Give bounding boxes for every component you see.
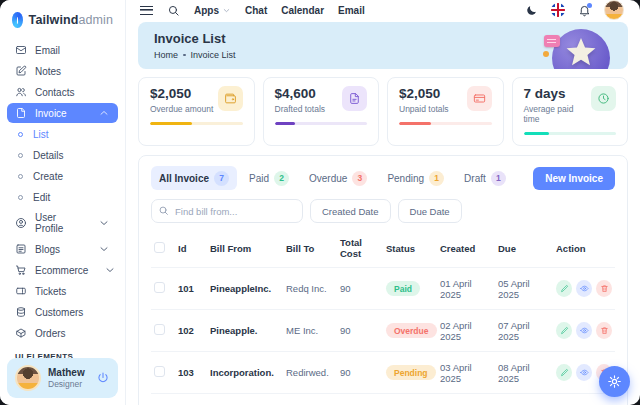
eye-icon xyxy=(580,368,589,377)
sidebar-item-orders[interactable]: Orders xyxy=(7,323,118,343)
edit-button[interactable] xyxy=(556,322,572,339)
topbar-link-label: Chat xyxy=(245,5,267,16)
customers-icon xyxy=(15,306,27,318)
tab-overdue[interactable]: Overdue 3 xyxy=(301,166,375,190)
sidebar-subitem-edit[interactable]: Edit xyxy=(7,187,118,207)
sidebar-nav: Email Notes Contacts Invoice List xyxy=(0,37,125,384)
cell-due: 05 April 2025 xyxy=(495,268,553,310)
view-button[interactable] xyxy=(576,364,592,381)
logout-power-icon[interactable] xyxy=(96,371,110,385)
sidebar-item-invoice[interactable]: Invoice xyxy=(7,103,118,123)
cell-bill-to: ME Inc. xyxy=(283,310,337,352)
sidebar-item-user-profile[interactable]: User Profile xyxy=(7,208,118,238)
tab-paid[interactable]: Paid 2 xyxy=(241,166,297,190)
sidebar-item-label: Notes xyxy=(35,66,61,77)
cell-created: 04 April 2025 xyxy=(437,394,495,405)
sidebar-item-label: User Profile xyxy=(35,212,82,234)
cell-due: 09 April 2025 xyxy=(495,394,553,405)
brand-name-bold: Tailwind xyxy=(29,13,79,27)
settings-fab-button[interactable] xyxy=(599,366,630,397)
breadcrumb-home[interactable]: Home xyxy=(154,50,178,60)
topbar-link-email[interactable]: Email xyxy=(338,5,365,16)
tab-count-badge: 1 xyxy=(491,171,506,186)
search-input[interactable] xyxy=(151,199,303,223)
invoice-tabs: All Invoice 7 Paid 2 Overdue 3 Pending 1 xyxy=(139,156,627,190)
hamburger-menu-icon[interactable] xyxy=(140,6,153,15)
tab-all-invoice[interactable]: All Invoice 7 xyxy=(151,166,237,190)
tab-draft[interactable]: Draft 1 xyxy=(456,166,514,190)
cell-id: 101 xyxy=(175,268,207,310)
cell-bill-from: PineappleTimes. xyxy=(207,394,283,405)
search-icon[interactable] xyxy=(167,4,180,17)
document-icon xyxy=(342,86,367,111)
stat-value: 7 days xyxy=(524,86,592,101)
table-header-row: Id Bill From Bill To Total Cost Status C… xyxy=(151,229,615,268)
trash-icon xyxy=(600,284,609,293)
status-badge: Paid xyxy=(386,281,420,296)
view-button[interactable] xyxy=(576,322,592,339)
sidebar-item-blogs[interactable]: Blogs xyxy=(7,239,118,259)
view-button[interactable] xyxy=(576,280,592,297)
dark-mode-moon-icon[interactable] xyxy=(525,4,538,17)
language-flag-icon[interactable] xyxy=(551,3,565,17)
delete-button[interactable] xyxy=(596,322,612,339)
created-date-filter-button[interactable]: Created Date xyxy=(310,199,391,223)
sidebar-item-customers[interactable]: Customers xyxy=(7,302,118,322)
page-content: Invoice List Home Invoice List xyxy=(126,20,640,405)
sidebar-subitem-create[interactable]: Create xyxy=(7,166,118,186)
breadcrumb-separator xyxy=(183,54,186,57)
tab-label: Pending xyxy=(387,173,424,184)
sidebar-subitem-list[interactable]: List xyxy=(7,124,118,144)
sidebar-user-card[interactable]: Mathew Designer xyxy=(7,358,118,398)
row-checkbox[interactable] xyxy=(154,366,165,377)
orange-dot xyxy=(543,51,549,57)
due-date-filter-button[interactable]: Due Date xyxy=(398,199,462,223)
cell-id: 103 xyxy=(175,352,207,394)
progress-bar xyxy=(150,122,243,125)
stat-label: Unpaid totals xyxy=(399,104,449,114)
topbar-link-apps[interactable]: Apps xyxy=(194,5,231,16)
topbar-link-calendar[interactable]: Calendar xyxy=(281,5,324,16)
chevron-down-icon xyxy=(104,264,116,276)
status-badge: Pending xyxy=(386,365,436,380)
topbar-actions xyxy=(525,0,624,20)
edit-button[interactable] xyxy=(556,280,572,297)
sidebar-subitem-details[interactable]: Details xyxy=(7,145,118,165)
cell-total-cost: 90 xyxy=(337,268,383,310)
invoice-icon xyxy=(15,107,27,119)
brand-logo[interactable]: Tailwindadmin xyxy=(0,0,125,37)
eye-icon xyxy=(580,326,589,335)
row-checkbox[interactable] xyxy=(154,324,165,335)
stat-card-drafted: $4,600 Drafted totals xyxy=(263,77,380,146)
table-filters: Created Date Due Date xyxy=(139,190,627,226)
sidebar-item-tickets[interactable]: Tickets xyxy=(7,281,118,301)
profile-avatar[interactable] xyxy=(604,0,624,20)
chevron-down-icon xyxy=(98,243,110,255)
sidebar-item-notes[interactable]: Notes xyxy=(7,61,118,81)
sidebar-item-label: Blogs xyxy=(35,244,60,255)
cell-bill-from: Pineapple. xyxy=(207,310,283,352)
page-header-banner: Invoice List Home Invoice List xyxy=(138,22,628,69)
search-icon xyxy=(158,205,169,216)
topbar-link-chat[interactable]: Chat xyxy=(245,5,267,16)
sidebar-item-email[interactable]: Email xyxy=(7,40,118,60)
new-invoice-button[interactable]: New Invoice xyxy=(533,167,615,190)
delete-button[interactable] xyxy=(596,280,612,297)
edit-button[interactable] xyxy=(556,364,572,381)
notifications-bell-icon[interactable] xyxy=(578,4,591,17)
tab-count-badge: 1 xyxy=(429,171,444,186)
notification-dot xyxy=(587,3,592,8)
row-checkbox[interactable] xyxy=(154,282,165,293)
stat-card-overdue: $2,050 Overdue amount xyxy=(138,77,255,146)
user-name: Mathew xyxy=(48,367,85,380)
main-area: Apps Chat Calendar Email xyxy=(126,0,640,405)
tab-pending[interactable]: Pending 1 xyxy=(379,166,452,190)
sidebar-item-ecommerce[interactable]: Ecommerce xyxy=(7,260,118,280)
progress-bar xyxy=(275,122,368,125)
eye-icon xyxy=(580,284,589,293)
select-all-checkbox[interactable] xyxy=(154,242,165,253)
cell-bill-to: Redq Inc. xyxy=(283,268,337,310)
sidebar-item-contacts[interactable]: Contacts xyxy=(7,82,118,102)
column-header-action: Action xyxy=(553,229,615,268)
tab-count-badge: 2 xyxy=(274,171,289,186)
